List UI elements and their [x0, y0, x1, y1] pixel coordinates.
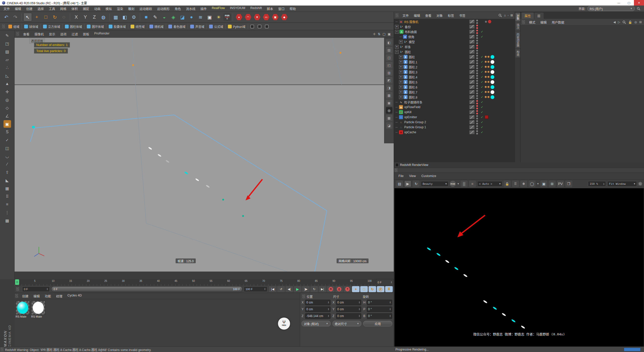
coord-input[interactable]: 0 °▲▼ — [367, 306, 392, 312]
enable-check-icon[interactable]: ✓ — [480, 80, 484, 84]
lock-icon[interactable] — [628, 20, 632, 24]
goto-start-button[interactable]: |◀ — [269, 286, 276, 292]
single-view-icon[interactable]: ▣ — [388, 32, 391, 36]
tag-area[interactable] — [485, 70, 515, 74]
collapse-icon[interactable]: − — [395, 50, 399, 54]
render-region-icon[interactable]: ◧ — [120, 13, 129, 21]
enable-check-icon[interactable]: ✓ — [480, 110, 484, 114]
extrude-icon[interactable]: ⇧ — [4, 168, 11, 176]
coord-mode-select[interactable]: 对象 (相对)▼ — [302, 321, 331, 326]
object-row[interactable]: +▮圆柱.8✓ — [394, 95, 515, 100]
layer-swatch[interactable] — [469, 115, 475, 119]
expand-icon[interactable]: + — [399, 65, 403, 69]
swap-view-icon[interactable]: ⇅ — [378, 32, 381, 36]
object-row[interactable]: −Lº圆柱 — [394, 49, 515, 54]
side-palette-icon-1[interactable]: ◧ — [386, 39, 392, 46]
rs-portal-light-icon[interactable]: ▭ — [262, 13, 270, 21]
back-arrow-icon[interactable]: ◀ — [613, 20, 616, 24]
enable-check-icon[interactable]: ✓ — [480, 75, 484, 79]
attribute-menu-用户数据[interactable]: 用户数据 — [549, 20, 567, 25]
close-button[interactable]: ✕ — [634, 0, 644, 6]
maximize-button[interactable]: ▢ — [624, 0, 634, 6]
grip-handle[interactable] — [16, 287, 19, 291]
layer-swatch[interactable] — [469, 40, 475, 44]
field-button-随机域[interactable]: 随机域 — [148, 24, 165, 29]
field-button-圆环体域[interactable]: 圆环体域 — [85, 24, 106, 29]
redo-icon[interactable]: ↷ — [11, 13, 20, 21]
object-row[interactable]: +▮圆柱.4✓ — [394, 74, 515, 79]
object-row[interactable]: ─∿粒子跟随样条✓ — [394, 100, 515, 105]
enable-check-icon[interactable]: ✓ — [480, 30, 484, 33]
stepper-icon[interactable]: ▲▼ — [328, 301, 329, 304]
phong-tag-icon[interactable] — [488, 96, 490, 98]
timeline-ruler[interactable]: 0510152025303540455055606570758085909510… — [15, 279, 376, 286]
field-button-胶囊体域[interactable]: 胶囊体域 — [107, 24, 128, 29]
pv-icon[interactable]: PV — [557, 181, 564, 187]
xpcache-tag-icon[interactable] — [485, 115, 488, 119]
field-button-公式域[interactable]: 公式域 — [207, 24, 225, 29]
object-row[interactable]: ─⊘xpKill✓ — [394, 110, 515, 115]
start-ipr-icon[interactable]: ▶ — [404, 181, 411, 187]
menu-item-网格[interactable]: 网格 — [58, 6, 69, 11]
menu-item-运动图形[interactable]: 运动图形 — [154, 6, 172, 11]
expand-icon[interactable]: + — [399, 80, 403, 84]
side-tab-场次[interactable]: 场次 — [515, 22, 520, 31]
zoom-field[interactable]: 150 %▲▼ — [588, 181, 606, 187]
visibility-dots[interactable] — [476, 75, 479, 79]
array-icon[interactable]: ◈ — [169, 13, 178, 21]
viewport-solo-icon[interactable]: ◎ — [4, 96, 11, 104]
expand-icon[interactable]: + — [399, 70, 403, 74]
expand-icon[interactable]: + — [399, 75, 403, 79]
snap-icon[interactable]: ◇ — [4, 104, 11, 112]
layer-swatch[interactable] — [469, 20, 475, 24]
coord-system-icon[interactable]: ◍ — [99, 13, 108, 21]
material-menu-创建[interactable]: 创建 — [20, 294, 31, 298]
phong-tag-icon[interactable] — [488, 61, 490, 63]
expand-icon[interactable]: + — [399, 55, 403, 59]
viewport-menu-面板[interactable]: 面板 — [80, 32, 92, 36]
target-icon[interactable]: ◎ — [634, 20, 637, 24]
edges-mode-icon[interactable]: ◺ — [4, 72, 11, 79]
menu-item-角色[interactable]: 角色 — [172, 6, 183, 11]
grid-icon[interactable]: ⠿ — [512, 181, 519, 187]
pass-select[interactable]: Beauty▼ — [421, 181, 449, 187]
object-row[interactable]: ─⁘xpEmitter✓ — [394, 115, 515, 120]
visibility-dots[interactable] — [476, 50, 479, 54]
material-tag-icon[interactable] — [490, 60, 495, 64]
menu-item-模拟[interactable]: 模拟 — [103, 6, 114, 11]
array-2-icon[interactable]: ⠿ — [4, 193, 11, 200]
om-menu-查看[interactable]: 查看 — [423, 13, 434, 18]
workplane-icon[interactable]: ▱ — [4, 56, 11, 63]
target-tag-icon[interactable]: ⊕ — [485, 20, 487, 23]
enable-check-icon[interactable]: ✓ — [480, 100, 484, 104]
visibility-dots[interactable] — [476, 55, 479, 59]
grip-handle[interactable] — [394, 168, 397, 172]
layer-swatch[interactable] — [469, 70, 475, 74]
record-key-button[interactable]: ⚿ — [327, 286, 335, 292]
om-menu-编辑[interactable]: 编辑 — [411, 13, 423, 18]
viewport-menu-ProRender[interactable]: ProRender — [92, 32, 112, 36]
image-add-icon[interactable]: ⊞ — [549, 181, 556, 187]
field-button-圆柱体域[interactable]: 圆柱体域 — [63, 24, 84, 29]
rs-ies-light-icon[interactable]: ▼ — [253, 13, 261, 21]
side-palette-icon-2[interactable]: ▤ — [386, 47, 392, 53]
renderview-menu-Customize[interactable]: Customize — [419, 174, 439, 178]
restart-icon[interactable]: ↻ — [413, 181, 420, 187]
visibility-dots[interactable] — [476, 70, 479, 74]
visibility-dots[interactable] — [476, 40, 479, 44]
menu-item-体积[interactable]: 体积 — [69, 6, 80, 11]
visibility-dots[interactable] — [476, 30, 479, 34]
rs-proxy-icon[interactable]: ◆ — [280, 13, 289, 21]
crop-icon[interactable]: ⌗ — [469, 181, 476, 187]
coord-input[interactable]: 0 cm▲▼ — [336, 300, 361, 305]
visibility-dots[interactable] — [476, 105, 479, 109]
snapshot-icon[interactable]: ▤ — [396, 181, 403, 187]
menu-item-选择[interactable]: 选择 — [35, 6, 46, 11]
menu-item-雕刻[interactable]: 雕刻 — [126, 6, 137, 11]
stepper-icon[interactable]: ▲▼ — [358, 301, 360, 304]
copy-page-icon[interactable]: ❐ — [565, 181, 572, 187]
record-parameter-button[interactable]: Ⓟ — [377, 286, 384, 292]
phong-tag-icon[interactable] — [485, 61, 487, 63]
menu-item-流水线[interactable]: 流水线 — [183, 6, 198, 11]
viewport-menu-过滤[interactable]: 过滤 — [69, 32, 80, 36]
